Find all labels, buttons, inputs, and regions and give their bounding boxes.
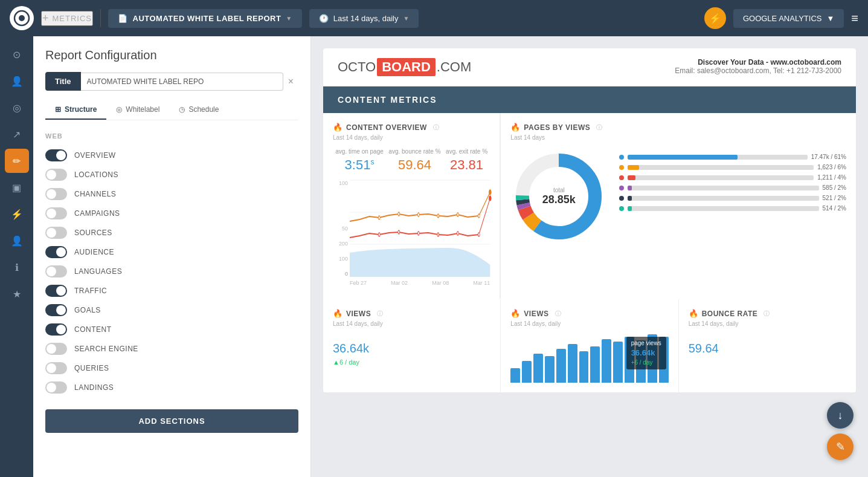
tab-schedule[interactable]: ◷ Schedule [169,100,228,120]
toggle-campaigns[interactable] [45,207,67,219]
hamburger-button[interactable]: ≡ [851,11,858,25]
toggle-row-queries: QUERIES [45,359,298,378]
views-1-decimal: .64k [346,342,369,355]
clock-icon: 🕐 [319,14,329,23]
toggle-row-audience: AUDIENCE [45,242,298,262]
pages-by-views-title: PAGES BY VIEWS [524,123,590,132]
donut-chart-container: total 28.85k [510,148,607,245]
bounce-rate-card: 🔥 BOUNCE RATE ⓘ Last 14 days, daily 59.6… [679,299,856,392]
toggle-row-search engine: SEARCH ENGINE [45,339,298,359]
pages-views-content: total 28.85k 17.47k / 61%1,623 / 6%1,211… [510,148,846,245]
toggle-row-overview: OVERVIEW [45,146,298,165]
toggle-label-traffic: TRAFFIC [74,287,107,295]
bar-chart-wrapper: page views 36.64k +6 / day [510,334,668,383]
board-text: BOARD [377,58,436,76]
toggle-locations[interactable] [45,169,67,181]
bar-chart-overlay: page views 36.64k +6 / day [626,337,666,369]
info-icon-pbv: ⓘ [596,123,602,132]
fire-icon: 🔥 [333,123,342,132]
sidebar-item-analytics[interactable]: ↗ [5,122,29,146]
toggle-audience[interactable] [45,246,67,258]
toggle-search engine[interactable] [45,343,67,355]
donut-total-value: 28.85k [542,193,576,206]
views-2-card: 🔥 VIEWS ⓘ Last 14 days, daily page views… [501,299,678,392]
stats-row: avg. time on page 3:51s avg. bounce rate… [333,148,490,173]
x-axis-labels: Feb 27 Mar 02 Mar 08 Mar 11 [350,280,490,286]
icon-sidebar: ⊙ 👤 ◎ ↗ ✏ ▣ ⚡ 👤 ℹ ★ [0,36,33,477]
svg-point-13 [398,212,400,216]
toggle-languages[interactable] [45,265,67,277]
sidebar-item-users[interactable]: 👤 [5,69,29,93]
views-1-subtitle: Last 14 days, daily [333,320,490,327]
document-icon: 📄 [118,14,128,23]
toggle-label-content: CONTENT [74,325,112,334]
web-section-label: WEB [45,132,298,140]
stat-bounce-value: 59.64 [388,157,440,173]
toggle-content[interactable] [45,323,67,336]
sidebar-item-edit[interactable]: ✏ [5,149,29,173]
svg-point-9 [457,232,458,235]
chevron-down-icon-time: ▼ [403,15,409,22]
svg-point-18 [489,190,491,195]
add-sections-button[interactable]: ADD SECTIONS [45,409,298,433]
legend-row-0: 17.47k / 61% [619,152,846,162]
add-button[interactable]: + METRICS [41,11,93,26]
edit-fab-button[interactable]: ✎ [827,433,854,460]
whitelabel-tab-label: Whitelabel [126,105,159,114]
sidebar-item-globe[interactable]: ◎ [5,96,29,120]
structure-tab-label: Structure [65,105,97,114]
sidebar-item-billing[interactable]: ★ [5,282,29,306]
tab-whitelabel[interactable]: ◎ Whitelabel [106,100,169,120]
sidebar-item-dashboard[interactable]: ⊙ [5,42,29,67]
toggle-landings[interactable] [45,381,67,394]
app-logo [10,6,34,30]
toggle-row-locations: LOCATIONS [45,165,298,184]
toggle-label-search engine: SEARCH ENGINE [74,345,138,353]
bar-7 [590,346,600,383]
y-axis-bottom: 2001000 [333,241,348,277]
toggle-sources[interactable] [45,227,67,239]
toggle-overview[interactable] [45,149,67,161]
fire-icon-br: 🔥 [689,309,698,318]
report-header: OCTO BOARD .COM Discover Your Data - www… [323,48,856,86]
legend-dot-4 [619,196,624,201]
report-contact: Discover Your Data - www.octoboard.com E… [675,58,841,75]
toggle-row-campaigns: CAMPAIGNS [45,204,298,223]
download-fab-button[interactable]: ↓ [827,402,854,429]
time-range-button[interactable]: 🕐 Last 14 days, daily ▼ [309,9,419,28]
legend-bar-0 [628,155,807,160]
chevron-down-icon: ▼ [286,15,292,22]
tabs-row: ⊞ Structure ◎ Whitelabel ◷ Schedule [45,100,298,120]
bar-5 [568,344,577,383]
svg-point-8 [437,233,439,236]
svg-point-17 [478,214,480,218]
toggle-traffic[interactable] [45,285,67,297]
tagline-text: Discover Your Data - www.octoboard.com [698,58,841,67]
bounce-rate-title: BOUNCE RATE [702,310,758,318]
sidebar-item-profile[interactable]: 👤 [5,229,29,253]
clear-title-button[interactable]: × [283,76,298,87]
toggles-container: OVERVIEWLOCATIONSCHANNELSCAMPAIGNSSOURCE… [45,146,298,397]
analytics-label: GOOGLE ANALYTICS [743,14,822,23]
toggle-label-audience: AUDIENCE [74,248,114,256]
analytics-button[interactable]: GOOGLE ANALYTICS ▼ [733,9,844,28]
toggle-row-sources: SOURCES [45,223,298,242]
sidebar-item-info[interactable]: ℹ [5,255,29,279]
report-name-button[interactable]: 📄 AUTOMATED WHITE LABEL REPORT ▼ [108,9,302,28]
svg-point-11 [489,196,491,201]
sidebar-item-reports[interactable]: ▣ [5,175,29,200]
sidebar-item-flash[interactable]: ⚡ [5,202,29,226]
main-container: Report Configuration Title × ⊞ Structure… [33,36,868,477]
legend-dot-0 [619,155,624,160]
toggle-label-sources: SOURCES [74,229,112,237]
legend-row-5: 514 / 2% [619,203,846,213]
toggle-goals[interactable] [45,304,67,316]
schedule-tab-icon: ◷ [179,105,185,114]
tab-structure[interactable]: ⊞ Structure [45,100,106,120]
donut-legend: 17.47k / 61%1,623 / 6%1,211 / 4%585 / 2%… [619,152,846,213]
toggle-queries[interactable] [45,362,67,374]
toggle-channels[interactable] [45,188,67,200]
svg-point-6 [398,230,400,234]
title-input[interactable] [81,73,283,91]
toggle-label-overview: OVERVIEW [74,151,115,160]
